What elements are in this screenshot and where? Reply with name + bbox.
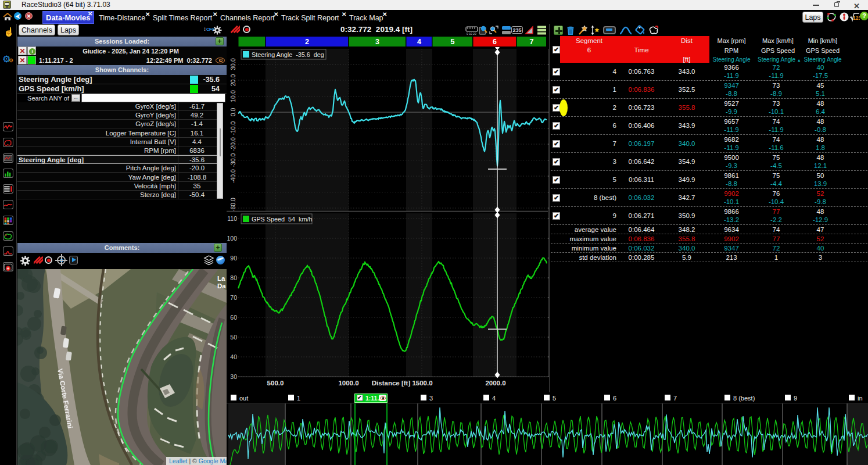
svg-text:0.0: 0.0 <box>229 108 236 117</box>
svg-text:Steering Angle -35.6 deg: Steering Angle -35.6 deg <box>252 51 324 58</box>
svg-text:-40.0: -40.0 <box>229 169 236 183</box>
svg-text:123: 123 <box>853 15 860 21</box>
svg-text:Leaflet | © Google Maps: Leaflet | © Google Maps <box>169 457 227 464</box>
svg-text:Da: Da <box>217 282 226 289</box>
svg-text:Distance [ft]: Distance [ft] <box>372 380 411 387</box>
svg-text:10.0: 10.0 <box>229 90 236 102</box>
svg-text:7: 7 <box>530 38 534 46</box>
svg-text:6: 6 <box>493 38 497 46</box>
svg-text:1500.0: 1500.0 <box>412 380 432 387</box>
svg-text:110: 110 <box>227 215 237 222</box>
svg-text:3: 3 <box>375 38 379 46</box>
svg-text:2: 2 <box>305 38 309 46</box>
svg-text:1000.0: 1000.0 <box>338 380 358 387</box>
svg-text:90: 90 <box>230 255 237 262</box>
svg-text:20.0: 20.0 <box>229 74 236 87</box>
svg-text:La: La <box>217 275 225 282</box>
svg-text:-60.0: -60.0 <box>229 198 236 212</box>
svg-text:-20.0: -20.0 <box>229 137 236 151</box>
svg-text:50: 50 <box>230 334 237 341</box>
svg-text:100: 100 <box>227 235 237 242</box>
svg-text:30: 30 <box>230 373 237 380</box>
svg-text:0 10 20: 0 10 20 <box>467 32 476 35</box>
svg-text:80: 80 <box>230 274 237 281</box>
svg-text:GPS Speed 54 km/h: GPS Speed 54 km/h <box>252 216 312 223</box>
svg-text:2000.0: 2000.0 <box>485 380 505 387</box>
svg-text:500.0: 500.0 <box>267 380 284 387</box>
svg-text:-30.0: -30.0 <box>229 153 236 167</box>
svg-text:60: 60 <box>230 314 237 321</box>
svg-text:70: 70 <box>230 294 237 301</box>
svg-text:-10.0: -10.0 <box>229 121 236 135</box>
svg-text:+: + <box>7 266 10 271</box>
svg-text:40: 40 <box>230 353 237 360</box>
svg-text:30.0: 30.0 <box>229 58 236 70</box>
svg-text:5: 5 <box>451 38 455 46</box>
svg-text:4: 4 <box>417 38 421 46</box>
